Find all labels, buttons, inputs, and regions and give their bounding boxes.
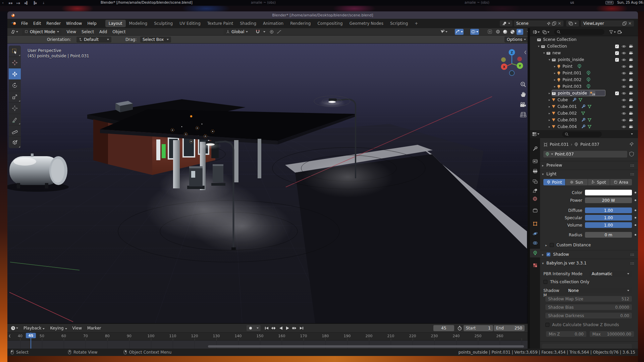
camera-icon[interactable] [629,92,633,95]
viewlayer-selector[interactable] [566,20,579,26]
next-keyframe-button[interactable] [291,325,297,331]
workspace-dot-icon[interactable]: • [2,1,4,5]
tab-geometry-nodes[interactable]: Geometry Nodes [346,20,387,27]
tab-scene[interactable] [530,186,540,195]
point-light-data-icon[interactable] [577,64,582,69]
modifier-wrench-icon[interactable] [581,125,585,129]
camera-icon[interactable] [629,51,633,55]
new-viewlayer-icon[interactable] [623,21,627,25]
timeline-editor-type-button[interactable] [10,325,19,331]
menu-view[interactable]: View [64,28,79,35]
new-collection-button[interactable] [616,29,623,35]
camera-icon[interactable] [629,45,633,48]
battery-indicator[interactable]: 2856 [605,1,613,4]
expand-icon[interactable]: ▾ [537,45,541,48]
animate-dot[interactable] [635,192,636,193]
tab-uv-editing[interactable]: UV Editing [176,20,204,27]
eye-icon[interactable] [622,112,626,115]
shading-wireframe-button[interactable] [494,29,501,35]
preview-range-button[interactable] [456,325,463,331]
propane-tank[interactable] [7,154,69,192]
editor-splitter-vertical[interactable] [528,28,530,349]
eye-icon[interactable] [622,45,626,48]
scene-name-field[interactable]: Scene ✕ [514,20,564,26]
expand-icon[interactable]: ▸ [553,65,557,68]
shadow-map-dropdown[interactable]: None [566,288,632,293]
outliner-row-point001[interactable]: ▸ Point.001 [530,70,638,76]
current-frame-badge[interactable]: 45 [26,333,36,338]
shading-solid-button[interactable] [502,29,508,35]
color-swatch[interactable] [585,190,632,195]
drag-mode-dropdown[interactable]: Select Box [140,37,171,43]
specular-slider[interactable]: 1.00 [585,215,632,221]
camera-icon[interactable] [629,71,633,75]
keyboard-layout[interactable]: us [570,1,574,4]
arrow-down-icon[interactable]: ↓ [42,1,45,5]
tab-texture-paint[interactable]: Texture Paint [204,20,236,27]
collection-checkbox[interactable]: ✓ [615,51,619,55]
menu-marker[interactable]: Marker [85,325,104,331]
tab-modeling[interactable]: Modeling [126,20,151,27]
menu-add[interactable]: Add [97,28,110,35]
radius-field[interactable]: 0 m [585,232,632,238]
mode-dropdown[interactable]: Object Mode [22,29,61,35]
eye-icon[interactable] [622,119,626,122]
taskbar-window-active[interactable]: Blender* [/home/amalie/Desktop/blender/s… [101,1,193,4]
panel-preview-header[interactable]: ▸ Preview [542,163,562,168]
animate-dot[interactable] [635,209,636,211]
animate-dot[interactable] [635,217,636,219]
collection-only-checkbox[interactable] [543,280,547,284]
camera-icon[interactable] [629,58,633,61]
properties-filter-dropdown[interactable] [629,131,635,137]
clock[interactable]: Sun, 25 Aug 06:55:5 [617,1,644,4]
sidebar-collapse-icon[interactable]: ❮ [524,50,527,54]
proportional-editing-toggle[interactable] [268,29,275,35]
jump-to-start-button[interactable] [264,325,270,331]
window-icon[interactable]: ▐▪ [33,1,37,5]
tool-add-cube[interactable] [9,137,21,148]
expand-icon[interactable]: ▸ [553,71,557,75]
camera-icon[interactable] [629,85,633,88]
point-light-data-icon[interactable] [586,77,591,82]
zoom-button[interactable] [520,81,527,89]
point-light-data-icon[interactable] [586,84,591,89]
tab-constraints[interactable] [530,239,540,247]
custom-distance-checkbox[interactable] [550,243,554,247]
tab-object[interactable] [530,219,540,228]
mesh-data-icon[interactable] [587,125,592,129]
window-icon[interactable]: ▪▌ [24,1,29,5]
power-field[interactable]: 200 W [585,197,632,203]
outliner-filter-type-dropdown[interactable] [542,29,550,35]
panel-shadow-header[interactable]: ▸ ✓ Shadow [542,252,569,257]
eye-icon[interactable] [622,78,626,81]
tab-collection[interactable] [530,206,540,215]
breadcrumb-data[interactable]: Point.037 [580,142,599,147]
tool-annotate[interactable] [9,114,21,125]
mesh-data-icon[interactable] [578,98,583,102]
animate-dot[interactable] [635,234,636,236]
outliner-row-point[interactable]: ▸ Point [530,63,638,70]
modifier-wrench-icon[interactable] [581,105,585,109]
taskbar-window-2[interactable]: amalie ~ (obs) [251,1,276,4]
viewport-canvas[interactable]: User Perspective (45) points_outside | P… [7,44,528,324]
panel-drag-dots[interactable] [631,173,634,176]
tool-select-box[interactable] [9,46,21,57]
timeline-scrollbar[interactable] [208,345,524,348]
unlink-scene-icon[interactable]: ✕ [558,21,561,26]
eye-icon[interactable] [622,65,626,68]
expand-icon[interactable]: ▸ [547,125,551,128]
tool-move[interactable] [9,68,21,80]
panel-drag-dots[interactable] [631,254,634,256]
expand-icon[interactable]: ▾ [542,51,546,55]
tool-cursor[interactable] [9,57,21,68]
workspace-icon[interactable]: ▸▪ [17,1,20,5]
tab-compositing[interactable]: Compositing [314,20,346,27]
auto-keying-dropdown[interactable] [255,325,261,331]
camera-icon[interactable] [629,118,633,122]
light-type-point[interactable]: Point [543,179,565,185]
add-workspace-button[interactable]: + [411,20,421,27]
tab-tool[interactable] [530,144,540,153]
outliner-row-collection[interactable]: ▾ Collection ✓ [530,43,638,50]
auto-calc-checkbox[interactable] [545,323,549,327]
axis-neg-ball[interactable] [517,57,522,61]
